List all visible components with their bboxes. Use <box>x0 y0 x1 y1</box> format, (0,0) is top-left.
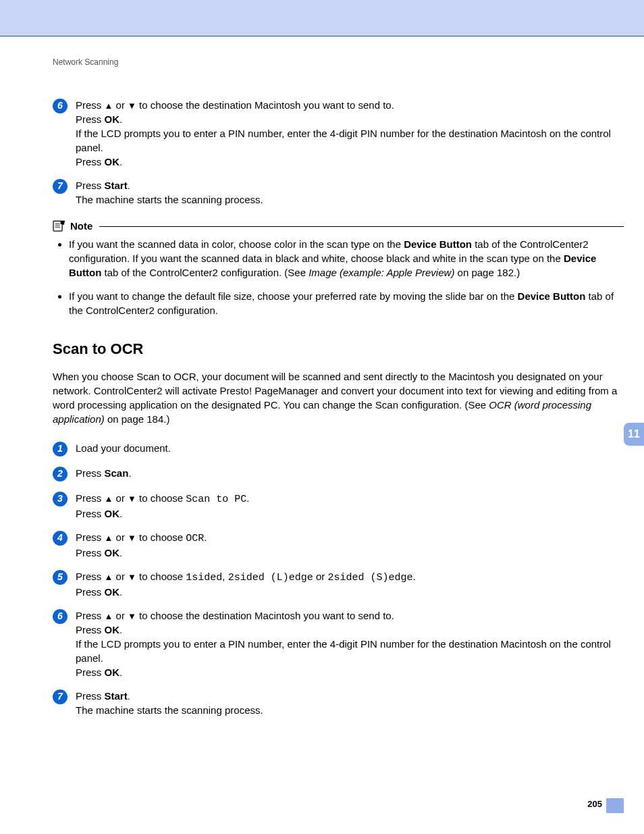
step-1: 1 Load your document. <box>53 441 624 457</box>
note-bullet-2: If you want to change the default file s… <box>69 289 624 317</box>
step-badge: 4 <box>53 531 68 546</box>
step-badge: 6 <box>53 609 68 624</box>
menu-option: 1sided <box>186 572 222 583</box>
text: Press <box>76 180 105 191</box>
text: Press <box>76 571 105 582</box>
ok-label: OK <box>105 113 120 125</box>
reference-text: Image (example: Apple Preview) <box>308 267 454 278</box>
step-body: Press ▲ or ▼ to choose the destination M… <box>76 98 624 169</box>
text: Press <box>76 690 105 702</box>
up-arrow-icon: ▲ <box>105 533 113 543</box>
text: . <box>128 467 131 479</box>
menu-option: OCR <box>186 533 204 544</box>
ok-label: OK <box>105 586 120 598</box>
text: . <box>119 667 122 678</box>
ok-label: OK <box>105 156 120 167</box>
intro-paragraph: When you choose Scan to OCR, your docume… <box>53 369 624 426</box>
down-arrow-icon: ▼ <box>128 101 136 111</box>
device-button-label: Device Button <box>518 290 586 302</box>
page-header: Network Scanning <box>53 57 624 68</box>
ok-label: OK <box>105 547 120 558</box>
note-bullet-1: If you want the scanned data in color, c… <box>69 237 624 280</box>
footer-tab <box>606 798 624 813</box>
up-arrow-icon: ▲ <box>105 101 113 111</box>
text: or <box>113 531 128 543</box>
page-number: 205 <box>587 799 602 809</box>
note-block: Note If you want the scanned data in col… <box>53 219 624 317</box>
note-icon <box>53 219 66 232</box>
menu-option: 2sided (L)edge <box>228 572 313 583</box>
step-badge: 3 <box>53 492 68 506</box>
text: . <box>119 156 122 167</box>
note-rule <box>99 226 624 227</box>
text: . <box>128 180 130 191</box>
ok-label: OK <box>105 624 120 635</box>
chapter-tab: 11 <box>624 423 644 446</box>
text: or <box>113 571 128 582</box>
down-arrow-icon: ▼ <box>128 572 136 582</box>
step-badge: 2 <box>53 467 68 481</box>
text: or <box>113 492 128 504</box>
text: If the LCD prompts you to enter a PIN nu… <box>76 637 624 665</box>
text: . <box>119 113 122 125</box>
down-arrow-icon: ▼ <box>128 494 136 504</box>
device-button-label: Device Button <box>404 238 472 250</box>
text: . <box>119 624 122 635</box>
text: to choose the destination Macintosh you … <box>136 610 394 621</box>
text: to choose <box>136 571 186 582</box>
text: or <box>313 571 328 582</box>
step-badge: 7 <box>53 179 68 194</box>
menu-option: 2sided (S)edge <box>327 572 412 583</box>
start-label: Start <box>105 180 128 191</box>
text: Press <box>76 508 105 519</box>
text: Press <box>76 531 105 543</box>
scan-label: Scan <box>105 467 129 479</box>
step-6: 6 Press ▲ or ▼ to choose the destination… <box>53 608 624 679</box>
text: Press <box>76 467 105 479</box>
step-badge: 7 <box>53 689 68 704</box>
text: Press <box>76 99 105 111</box>
text: . <box>119 508 122 519</box>
step-3: 3 Press ▲ or ▼ to choose Scan to PC. Pre… <box>53 491 624 521</box>
text: Load your document. <box>76 441 624 455</box>
step-4: 4 Press ▲ or ▼ to choose OCR. Press OK. <box>53 530 624 560</box>
text: Press <box>76 667 105 678</box>
text: If you want the scanned data in color, c… <box>69 238 404 250</box>
text: . <box>204 531 207 543</box>
header-band <box>0 0 644 36</box>
text: If the LCD prompts you to enter a PIN nu… <box>76 126 624 155</box>
text: . <box>128 690 130 702</box>
step-6-top: 6 Press ▲ or ▼ to choose the destination… <box>53 98 624 169</box>
step-7: 7 Press Start. The machine starts the sc… <box>53 689 624 717</box>
text: Press <box>76 492 105 504</box>
text: to choose the destination Macintosh you … <box>136 99 394 111</box>
down-arrow-icon: ▼ <box>128 611 136 621</box>
step-badge: 6 <box>53 99 68 113</box>
step-badge: 5 <box>53 570 68 585</box>
text: The machine starts the scanning process. <box>76 192 624 207</box>
up-arrow-icon: ▲ <box>105 494 113 504</box>
menu-option: Scan to PC <box>186 494 246 505</box>
step-5: 5 Press ▲ or ▼ to choose 1sided, 2sided … <box>53 569 624 599</box>
page-footer: 205 <box>53 798 624 810</box>
down-arrow-icon: ▼ <box>128 533 136 543</box>
text: Press <box>76 547 105 558</box>
start-label: Start <box>105 690 128 702</box>
text: on page 182.) <box>454 267 520 278</box>
text: Press <box>76 610 105 621</box>
note-label: Note <box>70 219 92 233</box>
text: . <box>246 492 249 504</box>
text: to choose <box>136 492 186 504</box>
ok-label: OK <box>105 667 120 678</box>
text: Press <box>76 113 105 125</box>
text: . <box>412 571 415 582</box>
up-arrow-icon: ▲ <box>105 572 113 582</box>
text: . <box>119 547 122 558</box>
text: or <box>113 99 128 111</box>
text: or <box>113 610 128 621</box>
text: If you want to change the default file s… <box>69 290 518 302</box>
text: tab of the ControlCenter2 configuration.… <box>101 267 308 278</box>
text: , <box>222 571 227 582</box>
text: . <box>119 586 122 598</box>
text: Press <box>76 624 105 635</box>
